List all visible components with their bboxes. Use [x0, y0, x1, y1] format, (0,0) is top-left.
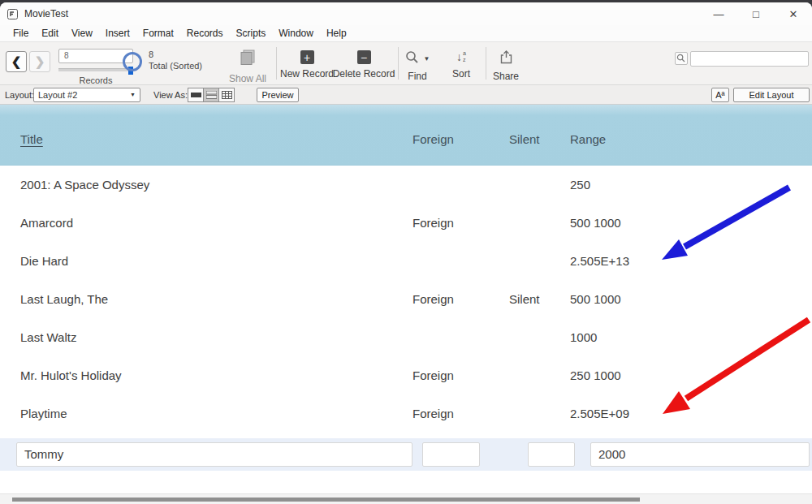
chevron-down-icon: ▼ [130, 92, 136, 97]
menu-scripts[interactable]: Scripts [230, 28, 273, 39]
cell-title: Last Waltz [0, 330, 412, 344]
records-label: Records [58, 75, 133, 85]
view-as-label: View As: [153, 90, 188, 100]
sort-button[interactable]: ↓ az Sort [445, 50, 477, 80]
table-view-icon [222, 91, 232, 99]
show-all-icon [238, 49, 257, 69]
quick-find-scope-button[interactable] [675, 52, 688, 65]
quick-find-input[interactable] [690, 51, 809, 67]
sort-az-icon: ↓ az [456, 50, 466, 64]
cell-title: Die Hard [0, 254, 412, 268]
menu-insert[interactable]: Insert [99, 28, 136, 39]
cell-title: Amarcord [0, 216, 412, 230]
record-slider[interactable] [58, 68, 133, 71]
cell-range: 500 1000 [570, 216, 812, 230]
menu-edit[interactable]: Edit [35, 28, 65, 39]
screen: MovieTest — □ ✕ File Edit View Insert Fo… [0, 0, 812, 504]
view-table-button[interactable] [218, 88, 235, 102]
next-record-button[interactable]: ❯ [29, 51, 50, 72]
edit-layout-button[interactable]: Edit Layout [733, 88, 810, 102]
cell-range: 2.505E+13 [570, 254, 812, 268]
maximize-button[interactable]: □ [737, 2, 775, 25]
minus-icon: − [357, 50, 371, 64]
cell-title: Mr. Hulot's Holiday [0, 368, 412, 382]
column-header-title[interactable]: Title [0, 132, 412, 146]
foreign-field[interactable] [422, 442, 480, 467]
silent-field[interactable] [528, 442, 575, 467]
chevron-down-icon[interactable]: ▼ [424, 55, 430, 62]
cell-range: 2.505E+09 [570, 407, 812, 420]
cell-title: Playtime [0, 407, 412, 420]
cell-range: 250 1000 [570, 368, 812, 382]
share-button[interactable]: Share [490, 50, 522, 82]
window-title: MovieTest [24, 8, 68, 19]
layout-dropdown[interactable]: Layout #2 ▼ [33, 88, 140, 102]
record-row[interactable]: Playtime Foreign 2.505E+09 [0, 394, 812, 433]
formatting-bar-button[interactable]: Aª [711, 88, 729, 102]
record-row[interactable]: 2001: A Space Odyssey 250 [0, 166, 812, 204]
record-row[interactable]: Last Waltz 1000 [0, 318, 812, 356]
found-set-pie-icon[interactable] [123, 52, 142, 71]
magnifier-icon [405, 50, 419, 67]
delete-record-button[interactable]: − Delete Record [333, 50, 395, 80]
app-window: MovieTest — □ ✕ File Edit View Insert Fo… [0, 2, 812, 504]
column-header-row: Title Foreign Silent Range [0, 105, 812, 166]
record-row[interactable]: Mr. Hulot's Holiday Foreign 250 1000 [0, 356, 812, 394]
find-button[interactable]: ▼ Find [401, 50, 434, 82]
record-row[interactable]: Last Laugh, The Foreign Silent 500 1000 [0, 280, 812, 318]
close-button[interactable]: ✕ [775, 2, 812, 25]
record-row[interactable]: Amarcord Foreign 500 1000 [0, 204, 812, 242]
cell-range: 500 1000 [570, 292, 812, 306]
status-toolbar: ❮ ❯ 8 Records 8 Total (Sorted) S [0, 41, 812, 85]
plus-icon: + [300, 50, 314, 64]
search-icon [676, 54, 686, 63]
menu-records[interactable]: Records [180, 28, 230, 39]
form-view-icon [191, 91, 201, 99]
cell-range: 1000 [570, 330, 812, 344]
horizontal-scrollbar-thumb[interactable] [12, 498, 640, 502]
layout-bar: Layout: Layout #2 ▼ View As: [0, 85, 812, 105]
menu-format[interactable]: Format [136, 28, 180, 39]
cell-silent: Silent [509, 292, 570, 306]
record-list: Title Foreign Silent Range 2001: A Space… [0, 105, 812, 504]
cell-title: 2001: A Space Odyssey [0, 178, 412, 192]
menu-file[interactable]: File [6, 28, 35, 39]
previous-record-button[interactable]: ❮ [6, 51, 27, 72]
cell-foreign: Foreign [412, 407, 509, 420]
cell-foreign: Foreign [412, 292, 509, 306]
title-field[interactable]: Tommy [16, 442, 412, 467]
list-view-icon [206, 91, 217, 99]
cell-foreign: Foreign [412, 216, 509, 230]
share-icon [499, 50, 513, 67]
menu-view[interactable]: View [65, 28, 99, 39]
menu-window[interactable]: Window [272, 28, 320, 39]
view-form-button[interactable] [188, 88, 204, 102]
horizontal-scrollbar[interactable] [0, 493, 812, 504]
layout-label: Layout: [5, 90, 34, 100]
show-all-button[interactable]: Show All [221, 49, 274, 84]
menu-bar: File Edit View Insert Format Records Scr… [0, 25, 812, 41]
range-field[interactable]: 2000 [590, 442, 810, 467]
cell-range: 250 [570, 178, 812, 192]
column-header-range[interactable]: Range [570, 132, 812, 146]
minimize-button[interactable]: — [700, 2, 737, 25]
total-count: 8 [149, 50, 153, 59]
new-record-button[interactable]: + New Record [279, 50, 335, 80]
cell-title: Last Laugh, The [0, 292, 412, 306]
column-header-foreign[interactable]: Foreign [412, 132, 509, 146]
view-list-button[interactable] [203, 88, 219, 102]
preview-button[interactable]: Preview [257, 88, 299, 102]
app-icon [7, 9, 18, 19]
menu-help[interactable]: Help [320, 28, 353, 39]
record-row[interactable]: Die Hard 2.505E+13 [0, 242, 812, 280]
title-bar: MovieTest — □ ✕ [0, 2, 812, 25]
cell-foreign: Foreign [412, 368, 509, 382]
column-header-silent[interactable]: Silent [509, 132, 570, 146]
total-sorted-label: Total (Sorted) [149, 61, 202, 71]
active-record-row[interactable]: Tommy 2000 [0, 438, 812, 471]
